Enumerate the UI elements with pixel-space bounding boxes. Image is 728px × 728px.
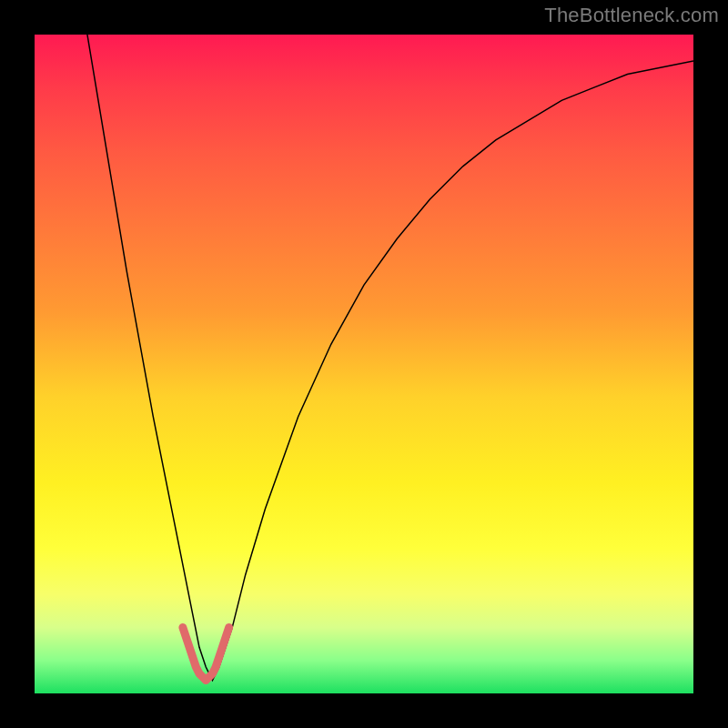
watermark-text: TheBottleneck.com — [544, 4, 719, 27]
chart-svg — [35, 35, 693, 693]
bottleneck-curve — [87, 35, 693, 681]
valley-highlight — [183, 628, 229, 681]
chart-plot-area — [35, 35, 693, 693]
chart-frame: TheBottleneck.com — [0, 0, 728, 728]
